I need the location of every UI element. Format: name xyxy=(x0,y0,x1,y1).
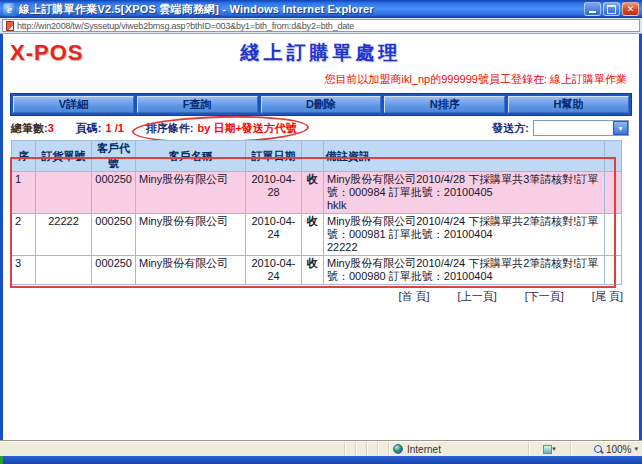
page-error-icon xyxy=(6,21,14,31)
cell-receive: 收 xyxy=(302,214,324,256)
address-bar: http://win2008/tw/Syssetup/viweb2bmsg.as… xyxy=(0,18,642,34)
cell-customer-code: 000250 xyxy=(92,172,136,214)
next-page-link[interactable]: [下一頁] xyxy=(525,289,564,304)
prev-page-link[interactable]: [上一頁] xyxy=(458,289,497,304)
window-titlebar: e 線上訂購單作業V2.5[XPOS 雲端商務網] - Windows Inte… xyxy=(0,0,642,18)
query-button[interactable]: F查詢 xyxy=(137,96,258,113)
maximize-button[interactable] xyxy=(603,2,620,16)
chevron-down-icon: ▾ xyxy=(552,445,556,453)
col-seq: 序 xyxy=(12,141,36,172)
taskbar-corner xyxy=(0,456,3,464)
page-number-value: 1 /1 xyxy=(105,122,123,134)
cell-customer-code: 000250 xyxy=(92,256,136,285)
cell-order-date: 2010-04-28 xyxy=(246,172,302,214)
address-input[interactable]: http://win2008/tw/Syssetup/viweb2bmsg.as… xyxy=(2,19,640,32)
col-remark: 備註資訊 xyxy=(324,141,605,172)
zoom-control[interactable]: 100% ▾ xyxy=(570,442,642,456)
page-content: X-POS 綫上訂購單處理 您目前以加盟商ikl_np的999999號員工登錄在… xyxy=(0,34,642,441)
cell-seq: 3 xyxy=(12,256,36,285)
page-number-label: 頁碼: xyxy=(76,121,102,136)
sender-select[interactable]: ▾ xyxy=(533,120,629,136)
table-row[interactable]: 3 000250 Miny股份有限公司 2010-04-24 收 Miny股份有… xyxy=(12,256,622,285)
total-count-value: 3 xyxy=(48,122,54,134)
magnifier-icon xyxy=(594,445,603,454)
login-info: 您目前以加盟商ikl_np的999999號員工登錄在: 線上訂購單作業 xyxy=(3,66,639,89)
sender-label: 發送方: xyxy=(492,121,529,136)
toolbar: V詳細 F查詢 D刪除 N排序 H幫助 xyxy=(10,93,632,116)
zone-label: Internet xyxy=(407,444,441,455)
cell-customer-name: Miny股份有限公司 xyxy=(136,214,246,256)
col-order-no: 訂貨單號 xyxy=(36,141,92,172)
minimize-button[interactable] xyxy=(584,2,601,16)
zoom-level: 100% xyxy=(606,444,632,455)
first-page-link[interactable]: [首 頁] xyxy=(398,289,429,304)
status-pane xyxy=(377,442,388,456)
cell-remark: Miny股份有限公司2010/4/24 下採購單共2筆請核對!訂單號：00098… xyxy=(324,256,605,285)
sort-condition-value: by 日期+發送方代號 xyxy=(198,121,297,136)
page-title: 綫上訂購單處理 xyxy=(3,40,639,66)
detail-button[interactable]: V詳細 xyxy=(13,96,134,113)
cell-remark: Miny股份有限公司2010/4/28 下採購單共3筆請核對!訂單號：00098… xyxy=(324,172,605,214)
cell-order-no: 22222 xyxy=(36,214,92,256)
sender-filter: 發送方: ▾ xyxy=(492,120,629,136)
cell-remark: Miny股份有限公司2010/4/24 下採購單共2筆請核對!訂單號：00098… xyxy=(324,214,605,256)
window-bottom-border xyxy=(0,456,642,464)
help-button[interactable]: H幫助 xyxy=(508,96,629,113)
protected-mode-pane[interactable]: ▾ xyxy=(528,442,570,456)
last-page-link[interactable]: [尾 頁] xyxy=(592,289,623,304)
table-header-row: 序 訂貨單號 客戶代號 客戶名稱 訂單日期 - 備註資訊 xyxy=(12,141,622,172)
col-customer-code: 客戶代號 xyxy=(92,141,136,172)
ie-window: e 線上訂購單作業V2.5[XPOS 雲端商務網] - Windows Inte… xyxy=(0,0,642,464)
cell-seq: 1 xyxy=(12,172,36,214)
cell-order-no xyxy=(36,172,92,214)
orders-table-wrap: 序 訂貨單號 客戶代號 客戶名稱 訂單日期 - 備註資訊 1 000250 xyxy=(11,140,629,285)
cell-extra xyxy=(605,256,622,285)
close-button[interactable]: ✕ xyxy=(622,2,639,16)
col-order-date: 訂單日期 xyxy=(246,141,302,172)
chevron-down-icon: ▾ xyxy=(634,445,638,453)
address-url-text: http://win2008/tw/Syssetup/viweb2bmsg.as… xyxy=(17,21,354,31)
col-customer-name: 客戶名稱 xyxy=(136,141,246,172)
cell-customer-name: Miny股份有限公司 xyxy=(136,172,246,214)
sort-condition-label: 排序條件: xyxy=(146,121,194,136)
cell-customer-name: Miny股份有限公司 xyxy=(136,256,246,285)
total-count-label: 總筆數: xyxy=(11,121,48,136)
window-title: 線上訂購單作業V2.5[XPOS 雲端商務網] - Windows Intern… xyxy=(19,2,584,17)
sort-condition: 排序條件: by 日期+發送方代號 xyxy=(146,121,297,136)
cell-extra xyxy=(605,214,622,256)
cell-receive: 收 xyxy=(302,172,324,214)
cell-order-no xyxy=(36,256,92,285)
cell-order-date: 2010-04-24 xyxy=(246,214,302,256)
col-receive: - xyxy=(302,141,324,172)
page-header: X-POS 綫上訂購單處理 xyxy=(3,34,639,66)
status-pane xyxy=(366,442,377,456)
sort-button[interactable]: N排序 xyxy=(384,96,505,113)
window-controls: ✕ xyxy=(584,2,639,16)
info-bar: 總筆數: 3 頁碼: 1 /1 排序條件: by 日期+發送方代號 發送方: ▾ xyxy=(11,119,629,137)
status-pane xyxy=(344,442,355,456)
globe-icon xyxy=(393,444,403,454)
ie-logo-icon: e xyxy=(3,3,16,16)
cell-customer-code: 000250 xyxy=(92,214,136,256)
cell-extra xyxy=(605,172,622,214)
status-message xyxy=(0,442,344,456)
col-extra xyxy=(605,141,622,172)
table-row[interactable]: 1 000250 Miny股份有限公司 2010-04-28 收 Miny股份有… xyxy=(12,172,622,214)
security-zone: Internet xyxy=(388,442,528,456)
delete-button[interactable]: D刪除 xyxy=(261,96,382,113)
status-pane xyxy=(355,442,366,456)
cell-seq: 2 xyxy=(12,214,36,256)
chevron-down-icon[interactable]: ▾ xyxy=(613,121,628,135)
cell-receive: 收 xyxy=(302,256,324,285)
protected-mode-icon xyxy=(543,445,552,454)
orders-table: 序 訂貨單號 客戶代號 客戶名稱 訂單日期 - 備註資訊 1 000250 xyxy=(11,140,622,285)
table-row[interactable]: 2 22222 000250 Miny股份有限公司 2010-04-24 收 M… xyxy=(12,214,622,256)
cell-order-date: 2010-04-24 xyxy=(246,256,302,285)
status-bar: Internet ▾ 100% ▾ xyxy=(0,441,642,456)
pagination: [首 頁] [上一頁] [下一頁] [尾 頁] xyxy=(3,289,623,304)
